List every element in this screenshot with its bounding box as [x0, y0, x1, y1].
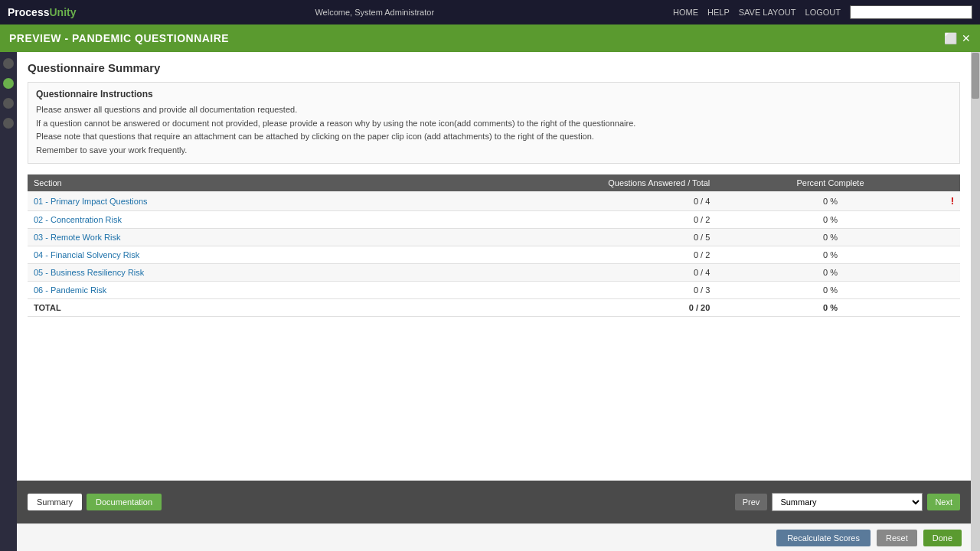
- percent-cell: 0 %: [716, 282, 944, 299]
- done-button[interactable]: Done: [923, 530, 962, 546]
- content-area: Questionnaire Summary Questionnaire Inst…: [17, 52, 971, 481]
- answered-cell: 0 / 5: [389, 229, 717, 246]
- top-nav: ProcessUnity Welcome, System Administrat…: [0, 0, 980, 24]
- main-content: Questionnaire Summary Questionnaire Inst…: [17, 52, 971, 551]
- logo-text: ProcessUnity: [8, 6, 76, 18]
- reset-button[interactable]: Reset: [877, 530, 917, 546]
- col-answered: Questions Answered / Total: [389, 174, 717, 191]
- next-button[interactable]: Next: [927, 494, 960, 510]
- nav-links: HOME HELP SAVE LAYOUT LOGOUT: [673, 5, 972, 19]
- search-input[interactable]: [850, 5, 972, 19]
- summary-table: Section Questions Answered / Total Perce…: [28, 174, 960, 317]
- warning-cell: !: [945, 191, 960, 211]
- table-row: 06 - Pandemic Risk0 / 30 %: [28, 282, 960, 299]
- warning-cell: [945, 229, 960, 246]
- documentation-button[interactable]: Documentation: [87, 494, 162, 510]
- instructions-box: Questionnaire Instructions Please answer…: [28, 82, 960, 164]
- table-row: 03 - Remote Work Risk0 / 50 %: [28, 229, 960, 246]
- warning-cell: [945, 211, 960, 229]
- section-link[interactable]: 01 - Primary Impact Questions: [34, 197, 148, 206]
- sidebar-dot-4: [3, 118, 14, 129]
- answered-cell: 0 / 2: [389, 246, 717, 264]
- sidebar-dot-2: [3, 78, 14, 89]
- sidebar-dot-3: [3, 98, 14, 109]
- total-row: TOTAL 0 / 20 0 %: [28, 299, 960, 317]
- save-layout-link[interactable]: SAVE LAYOUT: [739, 8, 796, 17]
- percent-cell: 0 %: [716, 246, 944, 264]
- logo: ProcessUnity: [8, 6, 76, 18]
- header-icons: ⬜ ✕: [944, 32, 971, 44]
- home-link[interactable]: HOME: [673, 8, 698, 17]
- section-nav-select[interactable]: Summary01 - Primary Impact Questions02 -…: [772, 493, 923, 511]
- percent-cell: 0 %: [716, 211, 944, 229]
- prev-button[interactable]: Prev: [735, 494, 768, 510]
- sidebar-dot-1: [3, 58, 14, 69]
- table-row: 05 - Business Resiliency Risk0 / 40 %: [28, 264, 960, 282]
- col-percent: Percent Complete: [716, 174, 944, 191]
- recalculate-button[interactable]: Recalculate Scores: [776, 530, 871, 546]
- answered-cell: 0 / 2: [389, 211, 717, 229]
- page-title: Questionnaire Summary: [28, 61, 960, 74]
- section-link[interactable]: 04 - Financial Solvency Risk: [34, 250, 139, 259]
- minimize-button[interactable]: ⬜: [944, 32, 957, 44]
- warning-cell: [945, 264, 960, 282]
- answered-cell: 0 / 3: [389, 282, 717, 299]
- summary-button[interactable]: Summary: [28, 494, 82, 510]
- answered-cell: 0 / 4: [389, 264, 717, 282]
- percent-cell: 0 %: [716, 229, 944, 246]
- footer: Summary Documentation Prev Summary01 - P…: [17, 481, 971, 523]
- warning-cell: [945, 282, 960, 299]
- warning-cell: [945, 246, 960, 264]
- header-bar: PREVIEW - PANDEMIC QUESTIONNAIRE ⬜ ✕: [0, 24, 980, 52]
- footer-left-buttons: Summary Documentation: [28, 494, 162, 510]
- action-bar: Recalculate Scores Reset Done: [17, 523, 971, 551]
- help-link[interactable]: HELP: [707, 8, 730, 17]
- total-answered: 0 / 20: [389, 299, 717, 317]
- col-section: Section: [28, 174, 389, 191]
- close-button[interactable]: ✕: [962, 32, 971, 44]
- section-link[interactable]: 02 - Concentration Risk: [34, 215, 122, 224]
- total-label: TOTAL: [28, 299, 389, 317]
- percent-cell: 0 %: [716, 191, 944, 211]
- logout-link[interactable]: LOGOUT: [805, 8, 841, 17]
- left-sidebar: [0, 52, 17, 551]
- scrollbar[interactable]: [971, 52, 980, 551]
- scrollbar-thumb: [972, 53, 979, 99]
- section-link[interactable]: 03 - Remote Work Risk: [34, 233, 121, 242]
- instructions-title: Questionnaire Instructions: [36, 89, 952, 99]
- header-title: PREVIEW - PANDEMIC QUESTIONNAIRE: [9, 32, 229, 44]
- table-row: 02 - Concentration Risk0 / 20 %: [28, 211, 960, 229]
- section-link[interactable]: 05 - Business Resiliency Risk: [34, 268, 144, 277]
- section-link[interactable]: 06 - Pandemic Risk: [34, 285, 106, 295]
- instructions-text: Please answer all questions and provide …: [36, 103, 952, 157]
- welcome-message: Welcome, System Administrator: [76, 8, 673, 17]
- total-percent: 0 %: [716, 299, 944, 317]
- footer-nav: Prev Summary01 - Primary Impact Question…: [735, 493, 960, 511]
- layout: Questionnaire Summary Questionnaire Inst…: [0, 52, 980, 551]
- warning-icon: !: [951, 195, 954, 207]
- table-row: 01 - Primary Impact Questions0 / 40 %!: [28, 191, 960, 211]
- answered-cell: 0 / 4: [389, 191, 717, 211]
- percent-cell: 0 %: [716, 264, 944, 282]
- table-row: 04 - Financial Solvency Risk0 / 20 %: [28, 246, 960, 264]
